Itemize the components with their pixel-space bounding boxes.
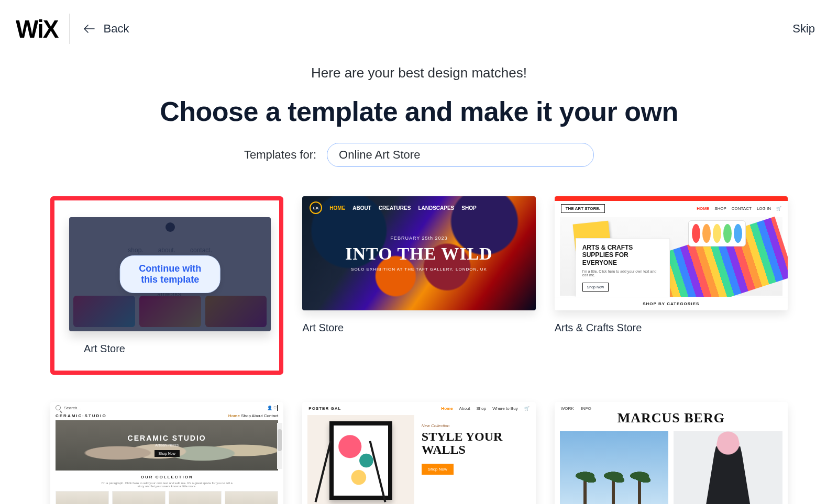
template-card[interactable]: shop. about. contact. artworks. Continue… xyxy=(50,196,283,375)
template-thumbnail: Search... 👤 ♡ CERAMIC·STUDIO Home Shop xyxy=(50,402,283,504)
template-card[interactable]: WORK INFO MARCUS BERG xyxy=(555,402,788,504)
page: WiX Back Skip Here are your best design … xyxy=(0,0,838,504)
preview-nav-links: Home Shop About Contact xyxy=(228,413,279,418)
template-card[interactable]: EK HOME ABOUT CREATURES LANDSCAPES SHOP … xyxy=(302,196,535,375)
preview-brand: MARCUS BERG xyxy=(555,410,788,426)
preview-hero: New Collection STYLE YOUR WALLS Shop Now xyxy=(307,415,530,504)
preview-nav-item: SHOP xyxy=(714,206,726,211)
preview-hero: ARTS & CRAFTS SUPPLIES FOR EVERYONE I'm … xyxy=(560,217,782,296)
template-thumbnail: THE ART STORE. HOME SHOP CONTACT LOG IN … xyxy=(555,196,788,310)
preview-gallery xyxy=(560,431,782,504)
preview-hero-sub: SOLO EXHIBITION AT THE TAFT GALLERY, LON… xyxy=(351,267,487,272)
preview-search-placeholder: Search... xyxy=(64,406,81,410)
top-bar: WiX Back Skip xyxy=(0,0,838,58)
palm-tree-icon xyxy=(583,474,587,504)
template-card[interactable]: POSTER GAL Home About Shop Where to Buy … xyxy=(302,402,535,504)
preview-scrollbar xyxy=(277,423,282,469)
preview-utility-icons: 👤 ♡ xyxy=(267,406,278,410)
preview-nav-item: About xyxy=(252,413,263,418)
scrollbar-thumb-icon xyxy=(278,429,282,451)
preview-nav-item: Shop xyxy=(241,413,251,418)
preview-into-the-wild: EK HOME ABOUT CREATURES LANDSCAPES SHOP … xyxy=(302,196,535,310)
preview-hero-button: Shop Now xyxy=(422,464,454,475)
intro-eyebrow: Here are your best design matches! xyxy=(0,65,838,81)
preview-photo-tile xyxy=(674,431,782,504)
preview-product-tile xyxy=(225,491,278,504)
preview-hero-image xyxy=(307,415,414,504)
preview-hero-headline: STYLE YOUR WALLS xyxy=(422,430,523,456)
preview-brand: THE ART STORE. xyxy=(561,204,605,213)
template-grid: shop. about. contact. artworks. Continue… xyxy=(50,196,788,504)
preview-hero: FEBRUARY 25th 2023 INTO THE WILD SOLO EX… xyxy=(302,196,535,310)
page-title: Choose a template and make it your own xyxy=(0,96,838,127)
palm-tree-icon xyxy=(612,474,615,504)
continue-with-template-button[interactable]: Continue with this template xyxy=(119,255,220,293)
preview-hero-art: ARTS & CRAFTS SUPPLIES FOR EVERYONE I'm … xyxy=(560,217,782,296)
preview-nav-item: About xyxy=(459,406,470,411)
template-thumbnail: WORK INFO MARCUS BERG xyxy=(555,402,788,504)
back-button[interactable]: Back xyxy=(83,22,129,36)
preview-product-tile xyxy=(112,491,166,504)
template-card[interactable]: THE ART STORE. HOME SHOP CONTACT LOG IN … xyxy=(555,196,788,375)
preview-section-title: SHOP BY CATEGORIES xyxy=(555,297,788,310)
preview-brand: POSTER GAL xyxy=(308,406,341,411)
preview-poster-gal: POSTER GAL Home About Shop Where to Buy … xyxy=(302,402,535,504)
template-card[interactable]: Search... 👤 ♡ CERAMIC·STUDIO Home Shop xyxy=(50,402,283,504)
preview-nav-item: CONTACT xyxy=(732,206,752,211)
preview-nav-item: Home xyxy=(228,413,240,418)
preview-search: Search... xyxy=(56,405,81,410)
cart-icon: 🛒 xyxy=(776,206,781,211)
category-input[interactable]: Online Art Store xyxy=(327,143,594,167)
preview-section-title: OUR COLLECTION xyxy=(56,475,278,479)
preview-nav-item: Home xyxy=(441,406,453,411)
back-label: Back xyxy=(103,22,129,36)
preview-hero-sub: I'm a title. Click here to add your own … xyxy=(582,270,663,277)
preview-hero-panel: ARTS & CRAFTS SUPPLIES FOR EVERYONE I'm … xyxy=(576,238,670,297)
user-icon: 👤 xyxy=(267,406,272,410)
preview-hero-kicker: New Collection xyxy=(422,423,523,428)
intro: Here are your best design matches! Choos… xyxy=(0,65,838,167)
preview-nav-item: LOG IN xyxy=(757,206,771,211)
arrow-left-icon xyxy=(83,24,95,33)
wix-logo: WiX xyxy=(16,14,58,44)
preview-marcus-berg: WORK INFO MARCUS BERG xyxy=(555,402,788,504)
person-figure-icon xyxy=(697,431,759,504)
preview-hero-text: CERAMIC STUDIO Artisan Pieces Shop Now xyxy=(56,420,278,471)
preview-hero-sub: Artisan Pieces xyxy=(155,443,179,447)
template-highlight-outline: shop. about. contact. artworks. Continue… xyxy=(50,196,283,375)
cart-icon: 🛒 xyxy=(524,406,530,411)
preview-nav-item: Where to Buy xyxy=(492,406,517,411)
template-thumbnail: POSTER GAL Home About Shop Where to Buy … xyxy=(302,402,535,504)
easel-leg-icon xyxy=(315,441,332,502)
preview-nav: THE ART STORE. HOME SHOP CONTACT LOG IN … xyxy=(555,201,788,216)
skip-link[interactable]: Skip xyxy=(792,22,815,36)
preview-nav: POSTER GAL Home About Shop Where to Buy … xyxy=(302,402,535,415)
template-caption: Art Store xyxy=(302,322,535,334)
preview-hero-headline: INTO THE WILD xyxy=(345,244,492,264)
preview-hero-title: ARTS & CRAFTS SUPPLIES FOR EVERYONE xyxy=(582,244,663,266)
preview-nav-item: Shop xyxy=(477,406,487,411)
preview-hero-date: FEBRUARY 25th 2023 xyxy=(390,236,447,241)
preview-section: OUR COLLECTION I'm a paragraph. Click he… xyxy=(56,475,278,488)
bag-icon xyxy=(277,405,278,411)
paint-palette-icon xyxy=(688,220,746,247)
divider xyxy=(69,14,70,44)
template-thumbnail: shop. about. contact. artworks. Continue… xyxy=(69,217,271,331)
preview-hero-button: Shop Now xyxy=(582,283,609,292)
preview-nav-links: Home About Shop Where to Buy 🛒 xyxy=(441,406,529,411)
preview-product-tile xyxy=(169,491,222,504)
preview-hero-text: New Collection STYLE YOUR WALLS Shop Now xyxy=(414,415,531,504)
preview-brand: CERAMIC·STUDIO xyxy=(56,413,107,418)
preview-nav: CERAMIC·STUDIO Home Shop About Contact xyxy=(50,413,283,420)
preview-nav-links: HOME SHOP CONTACT LOG IN 🛒 xyxy=(697,206,781,211)
preview-product-tile xyxy=(56,491,109,504)
template-caption: Arts & Crafts Store xyxy=(555,322,788,334)
preview-hero-button: Shop Now xyxy=(155,450,180,457)
preview-nav-item: Contact xyxy=(264,413,279,418)
easel-icon xyxy=(319,435,382,503)
preview-utility-bar: Search... 👤 ♡ xyxy=(50,402,283,413)
preview-product-row xyxy=(56,491,278,504)
preview-hero: CERAMIC STUDIO Artisan Pieces Shop Now xyxy=(56,420,278,471)
preview-hero-title: CERAMIC STUDIO xyxy=(128,434,206,442)
preview-arts-crafts: THE ART STORE. HOME SHOP CONTACT LOG IN … xyxy=(555,196,788,310)
